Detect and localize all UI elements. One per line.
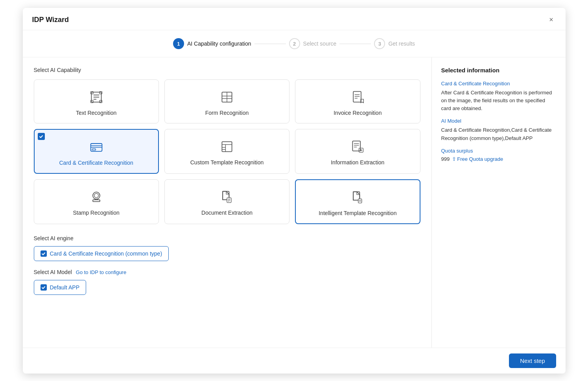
model-header: Select AI Model Go to IDP to configure xyxy=(34,269,420,275)
capability-card-text-recognition[interactable]: Text Recognition xyxy=(34,79,159,123)
main-panel: Select AI Capability xyxy=(23,57,432,348)
document-extraction-label: Document Extraction xyxy=(201,210,253,216)
intelligent-template-label: Intelligent Template Recognition xyxy=(319,210,396,216)
model-option-chip[interactable]: Default APP xyxy=(34,280,87,295)
step-3: 3 Get results xyxy=(374,38,415,49)
engine-checkbox xyxy=(41,250,47,257)
free-quota-upgrade-link[interactable]: ⇧ Free Quota upgrade xyxy=(452,156,503,162)
form-icon xyxy=(219,89,235,105)
dialog-title: IDP Wizard xyxy=(32,16,69,24)
capability-card-card-certificate[interactable]: Card & Certificate Recognition xyxy=(34,129,159,174)
side-field-value-0: After Card & Certificate Recognition is … xyxy=(441,89,556,112)
side-field-value-1: Card & Certificate Recognition,Card & Ce… xyxy=(441,126,556,142)
side-panel-title: Selected information xyxy=(441,67,556,74)
model-section: Select AI Model Go to IDP to configure D… xyxy=(34,269,420,295)
capability-card-document-extraction[interactable]: Document Extraction xyxy=(164,179,289,224)
dialog-footer: Next step xyxy=(23,348,566,374)
quota-value-row: 999 ⇧ Free Quota upgrade xyxy=(441,156,556,162)
go-to-idp-link[interactable]: Go to IDP to configure xyxy=(76,269,126,275)
capability-card-information-extraction[interactable]: Information Extraction xyxy=(295,129,420,174)
side-field-label-1: AI Model xyxy=(441,118,556,124)
model-title: Select AI Model xyxy=(34,269,72,275)
next-step-button[interactable]: Next step xyxy=(509,353,556,368)
svg-point-33 xyxy=(93,192,100,199)
close-button[interactable]: × xyxy=(547,15,556,24)
capability-grid: Text Recognition Form Recognition xyxy=(34,79,420,224)
quota-number: 999 xyxy=(441,156,450,162)
stamp-recognition-label: Stamp Recognition xyxy=(73,210,120,216)
information-extraction-label: Information Extraction xyxy=(331,159,384,166)
svg-rect-21 xyxy=(222,142,232,151)
engine-chip-label: Card & Certificate Recognition (common t… xyxy=(50,250,162,257)
card-certificate-label: Card & Certificate Recognition xyxy=(59,160,133,166)
svg-point-34 xyxy=(94,193,98,198)
step-connector-1 xyxy=(254,44,286,44)
model-chip-label: Default APP xyxy=(50,284,80,291)
step-connector-2 xyxy=(339,44,371,44)
check-badge-card xyxy=(38,133,45,140)
capability-section-title: Select AI Capability xyxy=(34,67,420,73)
side-field-label-0: Card & Certificate Recognition xyxy=(441,81,556,87)
intelligent-template-icon xyxy=(350,190,365,205)
dialog-header: IDP Wizard × xyxy=(23,8,566,30)
step-3-circle: 3 xyxy=(374,38,385,49)
engine-option-chip[interactable]: Card & Certificate Recognition (common t… xyxy=(34,246,169,261)
upgrade-arrow-icon: ⇧ xyxy=(452,156,456,162)
svg-rect-35 xyxy=(93,200,100,202)
step-2-label: Select source xyxy=(303,40,337,47)
text-recognition-label: Text Recognition xyxy=(76,110,117,116)
side-field-label-2: Quota surplus xyxy=(441,148,556,154)
document-extraction-icon xyxy=(219,189,235,205)
engine-section: Select AI engine Card & Certificate Reco… xyxy=(34,235,420,261)
invoice-icon xyxy=(350,89,365,105)
dialog-body: Select AI Capability xyxy=(23,57,566,348)
capability-card-stamp-recognition[interactable]: Stamp Recognition xyxy=(34,179,159,224)
wizard-steps: 1 AI Capability configuration 2 Select s… xyxy=(23,30,566,57)
step-2: 2 Select source xyxy=(289,38,337,49)
step-1-label: AI Capability configuration xyxy=(187,40,251,47)
model-checkbox xyxy=(41,284,47,291)
side-panel: Selected information Card & Certificate … xyxy=(432,57,566,348)
svg-rect-12 xyxy=(354,92,361,102)
invoice-recognition-label: Invoice Recognition xyxy=(334,110,382,116)
capability-card-invoice-recognition[interactable]: Invoice Recognition xyxy=(295,79,420,123)
step-3-label: Get results xyxy=(388,40,415,47)
custom-template-label: Custom Template Recognition xyxy=(190,159,264,166)
form-recognition-label: Form Recognition xyxy=(205,110,249,116)
step-1-circle: 1 xyxy=(173,38,184,49)
step-1: 1 AI Capability configuration xyxy=(173,38,251,49)
card-icon xyxy=(88,139,104,155)
svg-rect-44 xyxy=(358,199,362,203)
upgrade-link-label: Free Quota upgrade xyxy=(457,156,503,162)
info-extraction-icon xyxy=(350,139,365,155)
engine-label: Select AI engine xyxy=(34,235,420,241)
capability-card-intelligent-template[interactable]: Intelligent Template Recognition xyxy=(295,179,420,224)
capability-card-form-recognition[interactable]: Form Recognition xyxy=(164,79,289,123)
stamp-icon xyxy=(88,189,104,205)
capability-card-custom-template[interactable]: Custom Template Recognition xyxy=(164,129,289,174)
step-2-circle: 2 xyxy=(289,38,300,49)
svg-rect-20 xyxy=(92,149,96,151)
text-icon xyxy=(88,89,104,105)
custom-template-icon xyxy=(219,139,235,155)
